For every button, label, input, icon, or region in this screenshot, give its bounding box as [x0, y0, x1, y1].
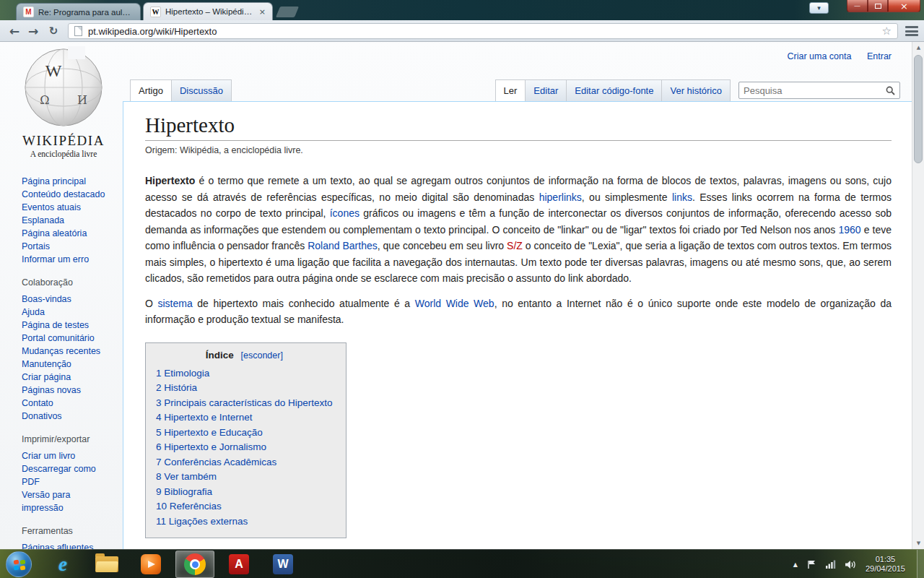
sidebar-link[interactable]: Boas-vindas	[22, 294, 71, 304]
sidebar-link[interactable]: Portais	[22, 241, 50, 251]
sidebar-link[interactable]: Eventos atuais	[22, 202, 81, 212]
minimize-button[interactable]: —	[847, 0, 868, 12]
url-text: pt.wikipedia.org/wiki/Hipertexto	[88, 26, 876, 37]
search-button[interactable]	[881, 82, 899, 98]
network-icon[interactable]	[825, 560, 836, 569]
toc-item-link[interactable]: 3 Principais características do Hipertex…	[156, 397, 333, 408]
article-link[interactable]: Roland Barthes	[308, 240, 378, 251]
tab-editar-codigo-fonte[interactable]: Editar código-fonte	[566, 79, 662, 101]
start-button[interactable]	[6, 551, 32, 577]
wikipedia-page: Criar uma conta Entrar W Ω И	[0, 42, 912, 549]
scroll-down-button[interactable]: ▼	[912, 538, 924, 549]
sidebar-link[interactable]: Esplanada	[22, 215, 64, 225]
toc-item-link[interactable]: 5 Hipertexto e Educação	[156, 427, 263, 438]
taskbar-ie-button[interactable]: e	[43, 551, 82, 578]
wikipedia-logo[interactable]: W Ω И WIKIPÉDIA A enciclopédia livre	[13, 46, 114, 158]
chrome-icon	[184, 553, 206, 575]
tab-title: Re: Programa para aula de	[38, 8, 134, 17]
sidebar-link[interactable]: Ajuda	[22, 307, 45, 317]
scrollbar-track[interactable]: ▲ ▼	[912, 42, 924, 549]
text-segment: O	[145, 298, 157, 309]
tab-title: Hipertexto – Wikipédia, a	[165, 7, 254, 16]
search-input[interactable]	[739, 85, 881, 96]
tab-ler[interactable]: Ler	[495, 79, 526, 101]
tab-editar[interactable]: Editar	[525, 79, 567, 101]
sidebar-link[interactable]: Página de testes	[22, 320, 89, 330]
sidebar-link[interactable]: Conteúdo destacado	[22, 189, 105, 199]
taskbar-word-button[interactable]: W	[263, 551, 302, 578]
show-desktop-button[interactable]	[917, 550, 924, 578]
search-box	[738, 82, 900, 99]
text-segment: , que concebeu em seu livro	[378, 240, 507, 251]
toc-item-link[interactable]: 4 Hipertexto e Internet	[156, 412, 253, 423]
scroll-thumb[interactable]	[914, 55, 923, 163]
sidebar-link[interactable]: Contato	[22, 398, 53, 408]
browser-tab-wikipedia[interactable]: W Hipertexto – Wikipédia, a ×	[143, 2, 273, 20]
article-link[interactable]: World Wide Web	[415, 298, 494, 309]
bookmark-star-icon[interactable]: ☆	[882, 25, 892, 38]
page-tabs-row: Artigo Discussão Ler Editar Editar códig…	[123, 78, 912, 101]
tab-discussao[interactable]: Discussão	[171, 79, 232, 101]
tray-expand-icon[interactable]: ▲	[793, 561, 798, 568]
sidebar-link[interactable]: Descarregar como PDF	[22, 464, 96, 487]
new-tab-button[interactable]	[276, 7, 299, 17]
action-center-flag-icon[interactable]	[807, 560, 816, 569]
refresh-button[interactable]: ↻	[45, 22, 62, 40]
sidebar-link[interactable]: Donativos	[22, 411, 62, 421]
toc-item-link[interactable]: 2 História	[156, 382, 197, 393]
toc-item-link[interactable]: 7 Conferências Acadêmicas	[156, 457, 276, 467]
toc-item-link[interactable]: 8 Ver também	[156, 471, 217, 482]
close-button[interactable]: ×	[888, 0, 920, 12]
sidebar-link[interactable]: Página aleatória	[22, 228, 87, 238]
sidebar-main-list: Página principalConteúdo destacadoEvento…	[22, 175, 114, 266]
forward-button[interactable]: →	[25, 22, 42, 40]
toc-item-link[interactable]: 6 Hipertexto e Jornalismo	[156, 441, 266, 452]
taskbar-adobe-button[interactable]: A	[219, 551, 258, 578]
taskbar-clock[interactable]: 01:35 29/04/2015	[866, 555, 905, 574]
volume-icon[interactable]	[845, 560, 856, 569]
toc-item-link[interactable]: 1 Etimologia	[156, 368, 209, 379]
tab-ver-historico[interactable]: Ver histórico	[661, 79, 731, 101]
maximize-button[interactable]	[868, 0, 888, 12]
desktop: M Re: Programa para aula de W Hipertexto…	[0, 0, 924, 578]
taskbar-explorer-button[interactable]	[87, 551, 126, 578]
article-link[interactable]: ícones	[330, 207, 359, 219]
sidebar-link[interactable]: Páginas novas	[22, 385, 81, 395]
toc-item-link[interactable]: 10 Referências	[156, 501, 222, 512]
article-link[interactable]: S/Z	[507, 240, 523, 251]
toc-hide-link[interactable]: [esconder]	[241, 350, 283, 361]
taskbar-chrome-button[interactable]	[175, 551, 214, 578]
address-bar[interactable]: pt.wikipedia.org/wiki/Hipertexto ☆	[68, 23, 898, 39]
tab-artigo[interactable]: Artigo	[130, 79, 172, 101]
menu-button[interactable]	[905, 26, 918, 36]
titlebar-dropdown-button[interactable]: ▾	[809, 2, 829, 14]
orange-app-icon	[141, 554, 161, 574]
sidebar-link[interactable]: Portal comunitário	[22, 333, 95, 343]
toc-item-link[interactable]: 11 Ligações externas	[156, 516, 248, 527]
article-link[interactable]: hiperlinks	[539, 191, 582, 203]
article-link[interactable]: 1960	[838, 224, 860, 236]
sidebar-link[interactable]: Manutenção	[22, 359, 71, 369]
sidebar-link[interactable]: Página principal	[22, 176, 86, 186]
toc-item-link[interactable]: 9 Bibliografia	[156, 486, 212, 497]
tab-close-icon[interactable]: ×	[259, 8, 266, 16]
maximize-icon	[875, 4, 881, 9]
login-link[interactable]: Entrar	[867, 51, 892, 61]
sidebar-link[interactable]: Mudanças recentes	[22, 346, 100, 356]
system-tray: ▲ 01:35 29/04/2015	[793, 550, 905, 578]
sidebar-link[interactable]: Páginas afluentes	[22, 543, 93, 549]
sidebar-link[interactable]: Criar um livro	[22, 451, 75, 461]
article-link[interactable]: sistema	[157, 298, 192, 309]
back-button[interactable]: ←	[6, 22, 23, 40]
article-link[interactable]: links	[672, 191, 692, 203]
taskbar-orange-app-button[interactable]	[131, 551, 170, 578]
create-account-link[interactable]: Criar uma conta	[788, 51, 852, 61]
site-subtitle: Origem: Wikipédia, a enciclopédia livre.	[145, 145, 892, 155]
sidebar-link[interactable]: Criar página	[22, 372, 71, 382]
scroll-up-button[interactable]: ▲	[912, 42, 924, 53]
sidebar-link[interactable]: Versão para impressão	[22, 490, 70, 513]
folder-icon	[95, 556, 118, 572]
browser-tab-gmail[interactable]: M Re: Programa para aula de	[16, 3, 141, 20]
article-title: Hipertexto	[145, 113, 892, 141]
sidebar-link[interactable]: Informar um erro	[22, 254, 89, 264]
